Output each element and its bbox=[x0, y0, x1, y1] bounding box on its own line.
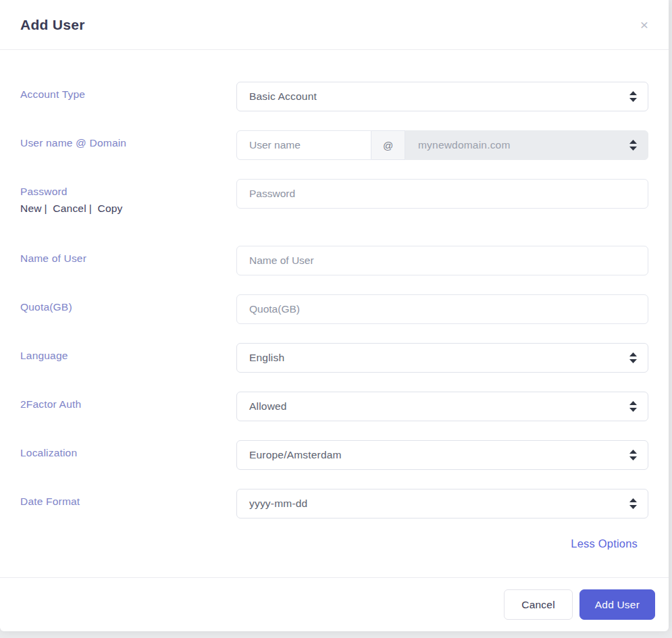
modal-footer: Cancel Add User bbox=[0, 577, 669, 631]
language-select[interactable]: English bbox=[236, 343, 648, 373]
username-input[interactable] bbox=[236, 130, 371, 160]
password-new-link[interactable]: New bbox=[20, 203, 42, 214]
account-type-select[interactable]: Basic Account bbox=[236, 82, 648, 111]
password-actions: New| Cancel| Copy bbox=[20, 203, 236, 215]
two-factor-value: Allowed bbox=[249, 400, 287, 413]
account-type-value: Basic Account bbox=[249, 90, 317, 103]
username-domain-label: User name @ Domain bbox=[20, 137, 236, 149]
updown-arrow-icon bbox=[629, 140, 637, 151]
password-input[interactable] bbox=[236, 179, 648, 209]
action-separator: | bbox=[86, 203, 95, 214]
two-factor-label: 2Factor Auth bbox=[20, 398, 236, 410]
language-label: Language bbox=[20, 350, 236, 362]
add-user-modal: Add User × Account Type Basic Account bbox=[0, 0, 669, 631]
row-account-type: Account Type Basic Account bbox=[20, 82, 648, 111]
row-name-of-user: Name of User bbox=[20, 246, 648, 275]
language-value: English bbox=[249, 352, 284, 364]
cancel-button[interactable]: Cancel bbox=[504, 589, 572, 620]
modal-title: Add User bbox=[20, 17, 85, 33]
add-user-button[interactable]: Add User bbox=[579, 589, 655, 620]
row-localization: Localization Europe/Amsterdam bbox=[20, 440, 648, 470]
updown-arrow-icon bbox=[629, 450, 637, 460]
updown-arrow-icon bbox=[629, 352, 637, 363]
row-quota: Quota(GB) bbox=[20, 294, 648, 324]
action-separator: | bbox=[42, 203, 50, 214]
row-date-format: Date Format yyyy-mm-dd bbox=[20, 489, 648, 519]
password-copy-link[interactable]: Copy bbox=[98, 203, 123, 214]
date-format-label: Date Format bbox=[20, 496, 236, 508]
row-password: Password New| Cancel| Copy bbox=[20, 179, 648, 215]
name-of-user-input[interactable] bbox=[236, 246, 648, 275]
row-username-domain: User name @ Domain @ mynewdomain.com bbox=[20, 130, 648, 160]
modal-body: Account Type Basic Account User name @ D… bbox=[0, 50, 669, 577]
row-language: Language English bbox=[20, 343, 648, 373]
row-two-factor: 2Factor Auth Allowed bbox=[20, 392, 648, 421]
password-cancel-link[interactable]: Cancel bbox=[53, 203, 86, 214]
date-format-select[interactable]: yyyy-mm-dd bbox=[236, 489, 648, 519]
modal-header: Add User × bbox=[0, 0, 669, 50]
close-icon[interactable]: × bbox=[640, 18, 648, 32]
account-type-label: Account Type bbox=[20, 88, 236, 101]
localization-value: Europe/Amsterdam bbox=[249, 449, 342, 461]
domain-value: mynewdomain.com bbox=[418, 139, 511, 151]
two-factor-select[interactable]: Allowed bbox=[236, 392, 648, 421]
quota-input[interactable] bbox=[236, 294, 648, 324]
updown-arrow-icon bbox=[629, 498, 637, 509]
quota-label: Quota(GB) bbox=[20, 301, 236, 313]
less-options-link[interactable]: Less Options bbox=[571, 537, 638, 550]
updown-arrow-icon bbox=[629, 401, 637, 412]
localization-label: Localization bbox=[20, 447, 236, 459]
password-label: Password bbox=[20, 186, 236, 198]
name-of-user-label: Name of User bbox=[20, 252, 236, 265]
at-separator: @ bbox=[371, 130, 405, 160]
localization-select[interactable]: Europe/Amsterdam bbox=[236, 440, 648, 470]
domain-select[interactable]: mynewdomain.com bbox=[405, 130, 648, 160]
updown-arrow-icon bbox=[629, 91, 637, 102]
date-format-value: yyyy-mm-dd bbox=[249, 498, 307, 510]
